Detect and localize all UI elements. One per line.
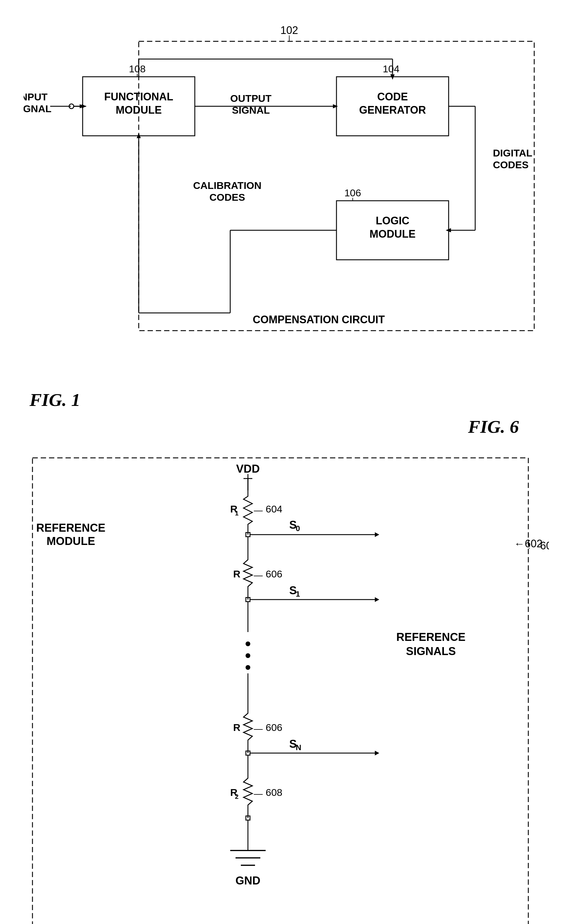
fig1-container: 102 108 FUNCTIONAL MODULE 104 CODE GENER… xyxy=(23,18,549,416)
svg-text:GND: GND xyxy=(236,874,260,887)
svg-text:108: 108 xyxy=(129,63,146,75)
svg-text:SIGNAL: SIGNAL xyxy=(23,103,51,114)
page: 102 108 FUNCTIONAL MODULE 104 CODE GENER… xyxy=(0,0,572,924)
svg-point-78 xyxy=(246,653,250,658)
svg-text:106: 106 xyxy=(344,187,361,198)
svg-marker-31 xyxy=(333,104,338,108)
svg-text:REFERENCE: REFERENCE xyxy=(36,522,106,534)
ref-602-label: ←602 xyxy=(514,538,542,550)
svg-marker-73 xyxy=(375,597,379,602)
svg-text:1: 1 xyxy=(296,590,300,598)
svg-text:N: N xyxy=(296,743,302,752)
fig6-title-area: FIG. 6 xyxy=(23,416,519,437)
svg-text:R: R xyxy=(233,568,241,580)
svg-text:2: 2 xyxy=(235,793,238,800)
ref-102: 102 xyxy=(280,24,298,36)
svg-text:104: 104 xyxy=(383,63,399,75)
svg-text:MODULE: MODULE xyxy=(116,104,162,116)
svg-text:CALIBRATION: CALIBRATION xyxy=(193,180,261,191)
fig1-label: FIG. 1 xyxy=(30,389,80,410)
svg-text:606: 606 xyxy=(266,722,283,733)
svg-text:SIGNALS: SIGNALS xyxy=(406,645,456,657)
svg-text:INPUT: INPUT xyxy=(23,91,48,103)
svg-text:VDD: VDD xyxy=(236,463,260,475)
svg-text:REFERENCE: REFERENCE xyxy=(396,631,465,643)
svg-text:GENERATOR: GENERATOR xyxy=(359,104,426,116)
svg-text:608: 608 xyxy=(266,787,283,798)
svg-text:FUNCTIONAL: FUNCTIONAL xyxy=(104,91,173,103)
svg-rect-48 xyxy=(33,458,528,924)
svg-text:CODES: CODES xyxy=(210,191,245,203)
svg-text:DIGITAL: DIGITAL xyxy=(493,147,532,159)
svg-text:604: 604 xyxy=(266,503,283,515)
svg-text:0: 0 xyxy=(296,524,300,533)
svg-text:R: R xyxy=(233,722,241,733)
svg-text:CODES: CODES xyxy=(493,159,528,170)
svg-text:CODE: CODE xyxy=(377,91,408,103)
svg-text:SIGNAL: SIGNAL xyxy=(232,104,270,116)
svg-marker-64 xyxy=(375,532,379,537)
fig6-container: 602 REFERENCE MODULE VDD 604 R 1 xyxy=(23,449,549,924)
svg-text:MODULE: MODULE xyxy=(47,535,95,547)
svg-point-79 xyxy=(246,665,250,670)
svg-marker-88 xyxy=(375,751,379,756)
svg-text:MODULE: MODULE xyxy=(370,228,416,240)
svg-text:OUTPUT: OUTPUT xyxy=(230,93,272,104)
svg-text:LOGIC: LOGIC xyxy=(376,215,409,227)
svg-text:COMPENSATION CIRCUIT: COMPENSATION CIRCUIT xyxy=(253,314,385,326)
svg-text:1: 1 xyxy=(235,510,238,517)
svg-text:606: 606 xyxy=(266,568,283,580)
svg-point-77 xyxy=(246,641,250,646)
